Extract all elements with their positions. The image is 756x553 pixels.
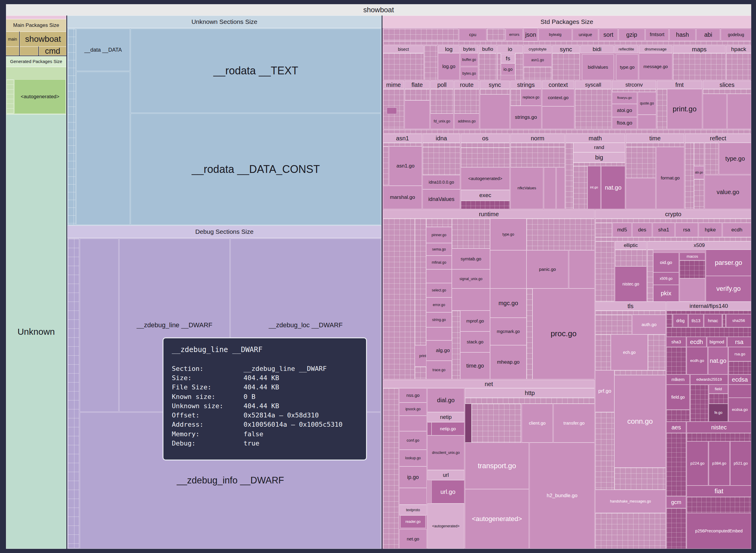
cell-textproto[interactable]: textproto — [399, 504, 427, 516]
cell-lookup-go[interactable]: lookup.go — [399, 450, 427, 466]
cell-norm[interactable]: norm — [510, 134, 565, 143]
treemap-filler-cell[interactable] — [461, 143, 510, 148]
treemap-filler-cell[interactable] — [687, 497, 751, 513]
treemap-filler-cell[interactable] — [612, 89, 656, 92]
cell-sha3[interactable]: sha3 — [666, 337, 686, 347]
treemap-filler-cell[interactable] — [383, 388, 399, 549]
cell-des[interactable]: des — [632, 223, 652, 237]
cell-net[interactable]: net — [383, 380, 595, 388]
treemap-filler-cell[interactable] — [426, 219, 452, 227]
cell-marshal-go[interactable]: marshal.go — [383, 186, 422, 209]
cell-ecdh-go[interactable]: ecdh.go — [687, 347, 707, 375]
cell-field[interactable]: field — [709, 385, 728, 394]
cell-io[interactable]: io — [497, 46, 523, 53]
cell-nat-go[interactable]: nat.go — [601, 166, 625, 209]
cell-p256precomputedembed[interactable]: p256PrecomputedEmbed — [687, 513, 751, 549]
treemap-filler-cell[interactable] — [595, 241, 614, 302]
treemap-filler-cell[interactable] — [595, 412, 614, 490]
treemap-filler-cell[interactable] — [705, 143, 718, 174]
treemap-filler-cell[interactable] — [80, 239, 119, 412]
cell-proc-go[interactable]: proc.go — [533, 289, 595, 379]
cell-tls13[interactable]: tls13 — [688, 314, 703, 327]
cell-unique[interactable]: unique — [572, 29, 598, 41]
cell-type-go[interactable]: type.go — [719, 143, 751, 174]
cell-idnavalues[interactable]: idnaValues — [422, 189, 460, 209]
cell-autogenerated[interactable]: <autogenerated> — [427, 503, 464, 549]
treemap-filler-cell[interactable] — [422, 143, 460, 147]
cell-mlkem[interactable]: mlkem — [666, 375, 690, 385]
cell-main-packages-size[interactable]: Main Packages Size — [6, 19, 66, 32]
treemap-filler-cell[interactable] — [703, 89, 751, 94]
cell-stack-go[interactable]: stack.go — [460, 331, 490, 352]
cell-address-go[interactable]: address.go — [454, 113, 479, 129]
treemap-filler-cell[interactable] — [647, 250, 653, 302]
treemap-filler-cell[interactable] — [510, 89, 521, 106]
treemap-filler-cell[interactable] — [694, 179, 704, 209]
treemap-filler-cell[interactable] — [666, 508, 686, 549]
cell-symtab-go[interactable]: symtab.go — [452, 248, 490, 269]
cell-trace-go[interactable]: trace.go — [426, 361, 452, 379]
cell-select-go[interactable]: select.go — [426, 283, 452, 297]
treemap-filler-cell[interactable] — [490, 250, 527, 289]
cell-reflectlite[interactable]: reflectlite — [614, 46, 638, 53]
cell-ecdh[interactable]: ecdh — [687, 337, 706, 347]
cell-conf-go[interactable]: conf.go — [399, 431, 427, 450]
treemap-filler-cell[interactable] — [726, 53, 751, 80]
treemap-filler-cell[interactable] — [426, 269, 452, 283]
treemap-filler-cell[interactable] — [666, 347, 686, 375]
treemap-filler-cell[interactable] — [7, 79, 14, 114]
treemap-filler-cell[interactable] — [510, 143, 565, 147]
cell-http[interactable]: http — [465, 388, 595, 398]
treemap-filler-cell[interactable] — [685, 143, 694, 209]
treemap-filler-cell[interactable] — [727, 94, 751, 129]
treemap-filler-cell[interactable] — [461, 148, 510, 167]
cell-transfer-go[interactable]: transfer.go — [553, 404, 595, 443]
treemap-filler-cell[interactable] — [569, 250, 595, 289]
cell-bigmod[interactable]: bigmod — [707, 337, 727, 347]
cell-errors[interactable]: errors — [505, 29, 523, 41]
treemap-filler-cell[interactable] — [544, 167, 556, 209]
cell-signal-unix-go[interactable]: signal_unix.go — [452, 269, 490, 289]
cell-exec[interactable]: exec — [461, 190, 510, 201]
treemap-filler-cell[interactable] — [465, 404, 472, 443]
treemap-filler-cell[interactable] — [383, 29, 458, 41]
treemap-filler-cell[interactable] — [729, 385, 751, 398]
treemap-filler-cell[interactable] — [479, 53, 497, 80]
cell-asn1-go[interactable]: asn1.go — [524, 53, 552, 67]
cell-ftoaryu-go[interactable]: ftoaryu.go — [612, 92, 637, 104]
cell-mime[interactable]: mime — [383, 81, 404, 89]
cell-reflect[interactable]: reflect — [685, 134, 751, 143]
treemap-filler-cell[interactable] — [680, 278, 705, 302]
cell-prf-go[interactable]: prf.go — [595, 370, 614, 412]
cell-error-go[interactable]: error.go — [426, 297, 452, 312]
cell-sync[interactable]: sync — [552, 46, 580, 53]
treemap-filler-cell[interactable] — [415, 219, 426, 345]
cell-nistec-go[interactable]: nistec.go — [615, 266, 646, 302]
treemap-filler-cell[interactable] — [452, 289, 490, 311]
cell-edwards25519[interactable]: edwards25519 — [690, 375, 728, 385]
cell-autogenerated[interactable]: <autogenerated> — [465, 489, 529, 549]
cell-parser-go[interactable]: parser.go — [706, 250, 751, 276]
treemap-filler-cell[interactable] — [626, 147, 656, 178]
treemap-filler-cell[interactable] — [614, 370, 666, 375]
treemap-filler-cell[interactable] — [615, 250, 646, 266]
treemap-filler-cell[interactable] — [657, 89, 667, 129]
cell-p521-go[interactable]: p521.go — [730, 441, 751, 485]
cell-nistec[interactable]: nistec — [687, 422, 751, 433]
cell-godebug[interactable]: godebug — [721, 29, 751, 41]
cell-ech-go[interactable]: ech.go — [611, 334, 648, 370]
cell-aes[interactable]: aes — [666, 422, 686, 433]
treemap-filler-cell[interactable] — [461, 201, 510, 209]
cell-poll[interactable]: poll — [430, 81, 454, 89]
treemap-filler-cell[interactable] — [454, 89, 479, 113]
cell-math[interactable]: math — [565, 134, 625, 143]
cell-syscall[interactable]: syscall — [575, 81, 611, 89]
treemap-filler-cell[interactable] — [480, 89, 510, 94]
treemap-filler-cell[interactable] — [552, 53, 580, 80]
cell-string-go[interactable]: string.go — [426, 312, 452, 327]
cell-transport-go[interactable]: transport.go — [465, 443, 529, 489]
treemap-filler-cell[interactable] — [687, 433, 751, 441]
treemap-filler-cell[interactable] — [383, 146, 389, 186]
treemap-filler-cell[interactable] — [68, 29, 76, 225]
cell-ecdh[interactable]: ecdh — [723, 223, 751, 237]
